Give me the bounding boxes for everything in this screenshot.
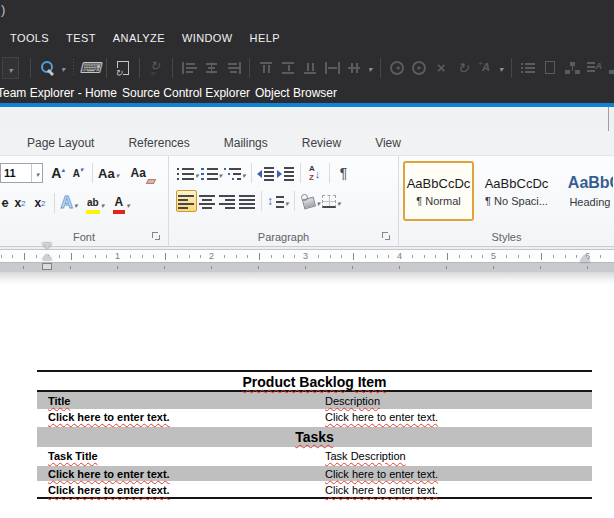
bullets-button[interactable] bbox=[176, 162, 200, 184]
chevron-down-icon bbox=[73, 194, 78, 212]
align-lefts-icon bbox=[182, 62, 197, 74]
grow-arrow-icon bbox=[61, 164, 65, 182]
same-height-button[interactable] bbox=[277, 56, 299, 80]
task-description-placeholder[interactable]: Click here to enter text. bbox=[325, 468, 592, 480]
tab-page-layout[interactable]: Page Layout bbox=[27, 136, 94, 150]
sync-code-button[interactable] bbox=[145, 56, 167, 80]
align-left-icon bbox=[178, 194, 195, 209]
navigate-forward-button[interactable] bbox=[408, 56, 430, 80]
task-title-placeholder[interactable]: Click here to enter text. bbox=[37, 484, 325, 496]
clear-formatting-button[interactable]: Aa bbox=[128, 162, 148, 184]
chevron-down-icon bbox=[35, 167, 40, 179]
toolbar-grip[interactable] bbox=[73, 59, 74, 77]
diagram-2-button[interactable] bbox=[605, 56, 614, 80]
align-centers-icon bbox=[204, 62, 219, 74]
borders-button[interactable] bbox=[321, 190, 342, 212]
hanging-indent-marker[interactable] bbox=[42, 254, 52, 260]
style-no-spacing[interactable]: AaBbCcDc ¶ No Spaci... bbox=[481, 161, 552, 221]
shading-button[interactable] bbox=[299, 190, 322, 212]
toolbar-combo-dropdown[interactable] bbox=[2, 57, 19, 79]
align-bottoms-button[interactable] bbox=[299, 56, 321, 80]
justify-button[interactable] bbox=[237, 190, 257, 212]
menu-window[interactable]: WINDOW bbox=[182, 32, 233, 44]
tab-view[interactable]: View bbox=[375, 136, 401, 150]
increase-indent-button[interactable] bbox=[276, 162, 296, 184]
paragraph-row-2 bbox=[176, 190, 342, 212]
sort-button[interactable] bbox=[305, 162, 325, 184]
text-effects-button[interactable]: A bbox=[59, 192, 79, 214]
sync-document-button[interactable] bbox=[112, 56, 134, 80]
navigate-to-icon[interactable] bbox=[36, 56, 58, 80]
document-button[interactable] bbox=[539, 56, 561, 80]
tab-team-explorer-home[interactable]: Team Explorer - Home bbox=[0, 86, 117, 100]
tab-references[interactable]: References bbox=[128, 136, 189, 150]
navigate-backward-button[interactable] bbox=[386, 56, 408, 80]
align-centers-button[interactable] bbox=[200, 56, 222, 80]
multilevel-list-button[interactable] bbox=[223, 162, 247, 184]
multilevel-list-icon bbox=[224, 166, 241, 181]
align-center-button[interactable] bbox=[197, 190, 217, 212]
title-placeholder[interactable]: Click here to enter text. bbox=[37, 411, 325, 423]
toolbar-overflow[interactable] bbox=[58, 56, 68, 80]
change-case-button[interactable]: Aa bbox=[97, 162, 120, 184]
align-right-button[interactable] bbox=[217, 190, 237, 212]
align-tops-button[interactable] bbox=[255, 56, 277, 80]
tab-mailings[interactable]: Mailings bbox=[224, 136, 268, 150]
paragraph-dialog-launcher[interactable] bbox=[382, 232, 391, 241]
menu-help[interactable]: HELP bbox=[250, 32, 280, 44]
font-overflow[interactable] bbox=[496, 56, 506, 80]
align-rights-icon bbox=[226, 62, 241, 74]
keyboard-button[interactable] bbox=[79, 56, 101, 80]
style-heading-1[interactable]: AaBbC Heading 1 bbox=[559, 161, 613, 221]
task-title-placeholder[interactable]: Click here to enter text. bbox=[37, 468, 325, 480]
font-color-icon: A bbox=[113, 192, 126, 214]
diagram-2-icon bbox=[609, 62, 614, 74]
left-indent-marker[interactable] bbox=[42, 263, 52, 270]
decrease-indent-button[interactable] bbox=[256, 162, 276, 184]
font-color-button[interactable]: A bbox=[111, 192, 131, 214]
outline-list-button[interactable] bbox=[517, 56, 539, 80]
refresh-button[interactable] bbox=[452, 56, 474, 80]
task-description-placeholder[interactable]: Click here to enter text. bbox=[325, 484, 592, 496]
same-width-button[interactable] bbox=[321, 56, 343, 80]
tab-source-control-explorer[interactable]: Source Control Explorer bbox=[122, 86, 250, 100]
tab-object-browser[interactable]: Object Browser bbox=[255, 86, 337, 100]
grow-font-button[interactable]: A bbox=[48, 162, 68, 184]
table-row: Click here to enter text. Click here to … bbox=[37, 409, 592, 425]
align-middles-button[interactable] bbox=[343, 56, 365, 80]
close-button[interactable] bbox=[430, 56, 452, 80]
align-rights-button[interactable] bbox=[222, 56, 244, 80]
chevron-down-icon bbox=[284, 192, 289, 210]
tab-review[interactable]: Review bbox=[302, 136, 341, 150]
menu-tools[interactable]: TOOLS bbox=[10, 32, 49, 44]
font-size-combo[interactable]: 11 bbox=[0, 163, 43, 183]
strikethrough-button[interactable]: e bbox=[0, 192, 10, 214]
subscript-button[interactable]: x2 bbox=[10, 192, 30, 214]
line-spacing-button[interactable] bbox=[266, 190, 290, 212]
superscript-button[interactable]: x2 bbox=[30, 192, 50, 214]
add-font-button[interactable] bbox=[474, 56, 496, 80]
align-left-button[interactable] bbox=[176, 190, 197, 212]
size-overflow[interactable] bbox=[365, 56, 375, 80]
sort-alpha-button[interactable] bbox=[583, 56, 605, 80]
chevron-down-icon bbox=[8, 59, 12, 77]
description-placeholder[interactable]: Click here to enter text. bbox=[325, 411, 592, 423]
document-table: Product Backlog Item Title Description C… bbox=[37, 370, 592, 499]
align-lefts-button[interactable] bbox=[178, 56, 200, 80]
styles-gallery: AaBbCcDc ¶ Normal AaBbCcDc ¶ No Spaci...… bbox=[403, 161, 613, 221]
paragraph-row-1: ¶ bbox=[176, 162, 354, 184]
style-normal[interactable]: AaBbCcDc ¶ Normal bbox=[403, 161, 474, 221]
right-indent-marker[interactable] bbox=[580, 255, 590, 262]
first-line-indent-marker[interactable] bbox=[42, 243, 52, 249]
menu-test[interactable]: TEST bbox=[66, 32, 96, 44]
menu-analyze[interactable]: ANALYZE bbox=[113, 32, 165, 44]
align-center-icon bbox=[199, 194, 216, 209]
shrink-font-button[interactable]: A bbox=[68, 162, 88, 184]
diagram-button[interactable] bbox=[561, 56, 583, 80]
show-paragraph-marks-button[interactable]: ¶ bbox=[334, 162, 354, 184]
text-highlight-button[interactable]: ab bbox=[85, 192, 105, 214]
numbering-button[interactable] bbox=[200, 162, 224, 184]
font-dialog-launcher[interactable] bbox=[152, 232, 161, 241]
same-width-icon bbox=[325, 62, 340, 74]
toolbar-separator bbox=[249, 58, 250, 78]
